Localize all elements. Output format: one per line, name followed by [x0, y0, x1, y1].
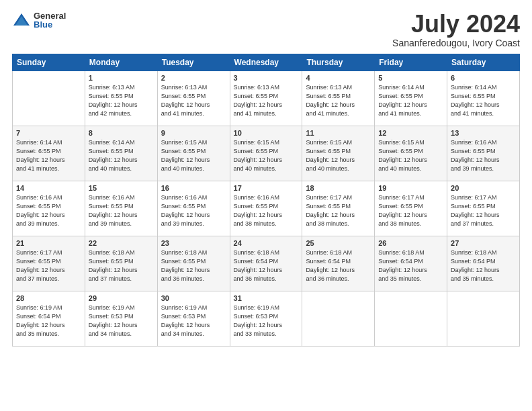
cell-date: 1 [89, 74, 154, 82]
calendar-cell: 8Sunrise: 6:14 AMSunset: 6:55 PMDaylight… [85, 126, 157, 181]
cell-date: 12 [378, 129, 443, 137]
cell-info: Sunrise: 6:13 AMSunset: 6:55 PMDaylight:… [306, 83, 371, 118]
calendar-cell: 22Sunrise: 6:18 AMSunset: 6:55 PMDayligh… [85, 236, 157, 291]
cell-date: 23 [161, 239, 226, 247]
cell-info: Sunrise: 6:18 AMSunset: 6:55 PMDaylight:… [161, 248, 226, 283]
calendar-cell: 17Sunrise: 6:16 AMSunset: 6:55 PMDayligh… [230, 181, 302, 236]
cell-date: 29 [89, 294, 154, 302]
cell-info: Sunrise: 6:19 AMSunset: 6:53 PMDaylight:… [161, 304, 226, 338]
cell-date: 16 [161, 184, 226, 192]
cell-date: 27 [451, 239, 516, 247]
cell-date: 30 [161, 294, 226, 302]
location-subtitle: Sananferedougou, Ivory Coast [392, 38, 520, 48]
calendar-cell: 20Sunrise: 6:17 AMSunset: 6:55 PMDayligh… [447, 181, 520, 236]
day-header-tuesday: Tuesday [157, 54, 230, 71]
calendar-week-3: 14Sunrise: 6:16 AMSunset: 6:55 PMDayligh… [13, 181, 520, 236]
logo-blue: Blue [34, 20, 66, 29]
cell-info: Sunrise: 6:16 AMSunset: 6:55 PMDaylight:… [89, 193, 154, 228]
day-header-friday: Friday [375, 54, 447, 71]
cell-info: Sunrise: 6:17 AMSunset: 6:55 PMDaylight:… [306, 193, 371, 228]
cell-date: 5 [378, 74, 443, 82]
calendar-cell: 10Sunrise: 6:15 AMSunset: 6:55 PMDayligh… [230, 126, 302, 181]
calendar-cell: 19Sunrise: 6:17 AMSunset: 6:55 PMDayligh… [375, 181, 447, 236]
cell-date: 10 [234, 129, 299, 137]
cell-info: Sunrise: 6:18 AMSunset: 6:54 PMDaylight:… [234, 248, 299, 283]
day-header-monday: Monday [85, 54, 157, 71]
calendar-cell: 5Sunrise: 6:14 AMSunset: 6:55 PMDaylight… [375, 71, 447, 126]
calendar-cell [302, 291, 375, 346]
cell-date: 13 [451, 129, 516, 137]
cell-date: 22 [89, 239, 154, 247]
calendar-cell: 13Sunrise: 6:16 AMSunset: 6:55 PMDayligh… [447, 126, 520, 181]
calendar-cell: 24Sunrise: 6:18 AMSunset: 6:54 PMDayligh… [230, 236, 302, 291]
logo-icon [12, 11, 31, 30]
cell-info: Sunrise: 6:14 AMSunset: 6:55 PMDaylight:… [16, 138, 81, 173]
cell-date: 31 [234, 294, 299, 302]
day-header-saturday: Saturday [447, 54, 520, 71]
cell-info: Sunrise: 6:16 AMSunset: 6:55 PMDaylight:… [16, 193, 81, 228]
cell-info: Sunrise: 6:15 AMSunset: 6:55 PMDaylight:… [306, 138, 371, 173]
cell-info: Sunrise: 6:15 AMSunset: 6:55 PMDaylight:… [161, 138, 226, 173]
cell-info: Sunrise: 6:13 AMSunset: 6:55 PMDaylight:… [89, 83, 154, 118]
calendar-cell: 25Sunrise: 6:18 AMSunset: 6:54 PMDayligh… [302, 236, 375, 291]
calendar-cell [447, 291, 520, 346]
calendar-table: SundayMondayTuesdayWednesdayThursdayFrid… [12, 54, 520, 347]
cell-info: Sunrise: 6:17 AMSunset: 6:55 PMDaylight:… [451, 193, 516, 228]
cell-date: 18 [306, 184, 371, 192]
calendar-week-5: 28Sunrise: 6:19 AMSunset: 6:54 PMDayligh… [13, 291, 520, 346]
calendar-week-1: 1Sunrise: 6:13 AMSunset: 6:55 PMDaylight… [13, 71, 520, 126]
calendar-cell: 6Sunrise: 6:14 AMSunset: 6:55 PMDaylight… [447, 71, 520, 126]
cell-date: 20 [451, 184, 516, 192]
calendar-header: General Blue July 2024 Sananferedougou, … [12, 11, 520, 48]
cell-info: Sunrise: 6:17 AMSunset: 6:55 PMDaylight:… [378, 193, 443, 228]
cell-info: Sunrise: 6:18 AMSunset: 6:55 PMDaylight:… [89, 248, 154, 283]
cell-info: Sunrise: 6:15 AMSunset: 6:55 PMDaylight:… [378, 138, 443, 173]
calendar-cell: 16Sunrise: 6:16 AMSunset: 6:55 PMDayligh… [157, 181, 230, 236]
calendar-cell: 14Sunrise: 6:16 AMSunset: 6:55 PMDayligh… [13, 181, 85, 236]
logo-text: General Blue [34, 11, 66, 29]
cell-date: 11 [306, 129, 371, 137]
cell-date: 6 [451, 74, 516, 82]
cell-date: 14 [16, 184, 81, 192]
calendar-cell: 1Sunrise: 6:13 AMSunset: 6:55 PMDaylight… [85, 71, 157, 126]
cell-info: Sunrise: 6:14 AMSunset: 6:55 PMDaylight:… [89, 138, 154, 173]
cell-info: Sunrise: 6:16 AMSunset: 6:55 PMDaylight:… [234, 193, 299, 228]
cell-info: Sunrise: 6:19 AMSunset: 6:53 PMDaylight:… [234, 304, 299, 338]
day-header-thursday: Thursday [302, 54, 375, 71]
cell-date: 2 [161, 74, 226, 82]
cell-info: Sunrise: 6:17 AMSunset: 6:55 PMDaylight:… [16, 248, 81, 283]
cell-info: Sunrise: 6:19 AMSunset: 6:53 PMDaylight:… [89, 304, 154, 338]
cell-date: 8 [89, 129, 154, 137]
calendar-cell: 18Sunrise: 6:17 AMSunset: 6:55 PMDayligh… [302, 181, 375, 236]
day-header-wednesday: Wednesday [230, 54, 302, 71]
cell-date: 26 [378, 239, 443, 247]
cell-date: 17 [234, 184, 299, 192]
cell-info: Sunrise: 6:18 AMSunset: 6:54 PMDaylight:… [451, 248, 516, 283]
cell-date: 21 [16, 239, 81, 247]
cell-date: 25 [306, 239, 371, 247]
calendar-cell: 15Sunrise: 6:16 AMSunset: 6:55 PMDayligh… [85, 181, 157, 236]
cell-date: 15 [89, 184, 154, 192]
cell-info: Sunrise: 6:13 AMSunset: 6:55 PMDaylight:… [234, 83, 299, 118]
calendar-cell: 3Sunrise: 6:13 AMSunset: 6:55 PMDaylight… [230, 71, 302, 126]
logo: General Blue [12, 11, 66, 30]
calendar-cell: 7Sunrise: 6:14 AMSunset: 6:55 PMDaylight… [13, 126, 85, 181]
cell-date: 9 [161, 129, 226, 137]
cell-date: 4 [306, 74, 371, 82]
cell-info: Sunrise: 6:16 AMSunset: 6:55 PMDaylight:… [161, 193, 226, 228]
calendar-cell: 2Sunrise: 6:13 AMSunset: 6:55 PMDaylight… [157, 71, 230, 126]
day-header-sunday: Sunday [13, 54, 85, 71]
calendar-cell: 11Sunrise: 6:15 AMSunset: 6:55 PMDayligh… [302, 126, 375, 181]
calendar-cell: 31Sunrise: 6:19 AMSunset: 6:53 PMDayligh… [230, 291, 302, 346]
calendar-week-4: 21Sunrise: 6:17 AMSunset: 6:55 PMDayligh… [13, 236, 520, 291]
calendar-cell: 28Sunrise: 6:19 AMSunset: 6:54 PMDayligh… [13, 291, 85, 346]
month-title: July 2024 [392, 11, 520, 38]
calendar-week-2: 7Sunrise: 6:14 AMSunset: 6:55 PMDaylight… [13, 126, 520, 181]
calendar-cell: 23Sunrise: 6:18 AMSunset: 6:55 PMDayligh… [157, 236, 230, 291]
calendar-cell: 9Sunrise: 6:15 AMSunset: 6:55 PMDaylight… [157, 126, 230, 181]
day-header-row: SundayMondayTuesdayWednesdayThursdayFrid… [13, 54, 520, 71]
calendar-cell [13, 71, 85, 126]
cell-date: 24 [234, 239, 299, 247]
cell-date: 3 [234, 74, 299, 82]
cell-info: Sunrise: 6:15 AMSunset: 6:55 PMDaylight:… [234, 138, 299, 173]
